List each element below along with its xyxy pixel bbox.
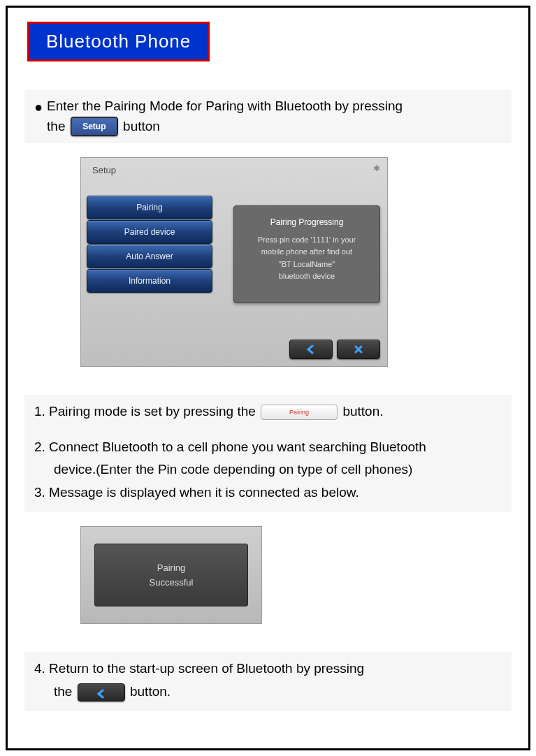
- pairing-button-inline[interactable]: Pairing: [261, 405, 338, 420]
- device-back-button[interactable]: [289, 340, 333, 359]
- step-4: 4. Return to the start-up screen of Blue…: [24, 652, 512, 711]
- step2-text-a: 2. Connect Bluetooth to a cell phone you…: [34, 439, 426, 454]
- popup-line1: Press pin code '1111' in your: [242, 234, 371, 247]
- steps-1-3: 1. Pairing mode is set by pressing the P…: [24, 395, 512, 512]
- pairing-progress-popup: Pairing Progressing Press pin code '1111…: [233, 205, 380, 303]
- setup-button[interactable]: Setup: [71, 117, 118, 136]
- device-close-button[interactable]: [337, 340, 380, 359]
- step3-text: 3. Message is displayed when it is conne…: [34, 485, 359, 500]
- popup-line3: "BT LocalName": [242, 259, 371, 271]
- bluetooth-icon: ✱: [373, 163, 380, 173]
- intro-text-2b: button: [123, 119, 160, 133]
- menu-information[interactable]: Information: [87, 269, 212, 293]
- device-menu: Pairing Paired device Auto Answer Inform…: [87, 196, 212, 293]
- step1-text-a: 1. Pairing mode is set by pressing the: [34, 404, 256, 419]
- close-icon: [354, 344, 363, 354]
- bullet-icon: ●: [34, 96, 43, 117]
- success-popup: Pairing Successful: [94, 544, 248, 606]
- chevron-left-icon: [95, 689, 108, 699]
- section-title-text: Bluetooth Phone: [46, 31, 191, 52]
- chevron-left-icon: [305, 344, 317, 354]
- intro-text-2a: the: [47, 119, 65, 133]
- intro-instruction: ● Enter the Pairing Mode for Paring with…: [24, 89, 512, 143]
- intro-text-1: Enter the Pairing Mode for Paring with B…: [47, 99, 403, 113]
- back-button-inline[interactable]: [78, 683, 125, 702]
- success-line1: Pairing: [157, 562, 185, 573]
- device-screenshot-setup: Setup ✱ Pairing Paired device Auto Answe…: [80, 157, 388, 367]
- step2-text-b: device.(Enter the Pin code depending on …: [54, 462, 412, 477]
- step4-text-b-a: the: [54, 684, 72, 699]
- success-line2: Successful: [150, 577, 194, 588]
- device-screenshot-success: Pairing Successful: [80, 526, 262, 624]
- menu-auto-answer[interactable]: Auto Answer: [87, 245, 212, 268]
- popup-line4: bluetooth device: [242, 270, 371, 283]
- step4-text-a: 4. Return to the start-up screen of Blue…: [34, 661, 364, 676]
- menu-pairing[interactable]: Pairing: [87, 196, 212, 219]
- popup-line2: mobile phone after find out: [242, 246, 371, 259]
- menu-paired-device[interactable]: Paired device: [87, 220, 212, 244]
- step4-text-b-b: button.: [130, 684, 171, 699]
- device-header: Setup: [81, 158, 387, 186]
- step1-text-b: button.: [342, 404, 383, 419]
- popup-title: Pairing Progressing: [242, 216, 371, 229]
- device-nav-row: [289, 340, 380, 359]
- section-title: Bluetooth Phone: [27, 22, 210, 61]
